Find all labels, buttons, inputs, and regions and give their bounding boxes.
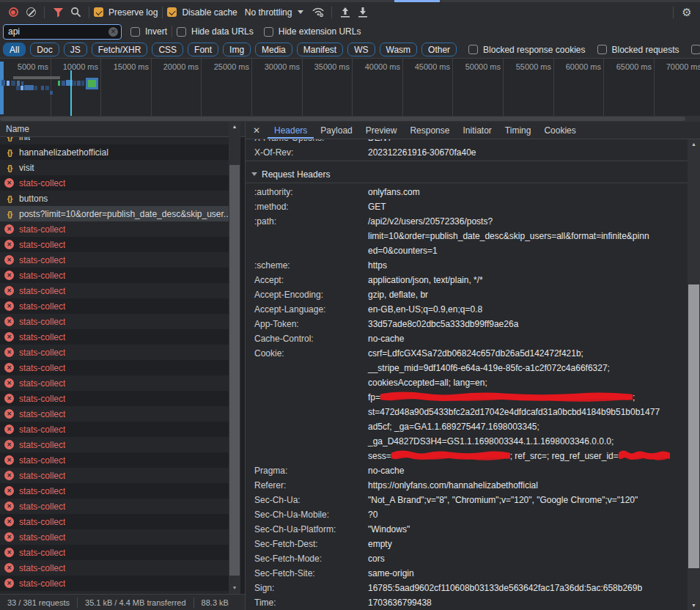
record-button[interactable] bbox=[4, 4, 22, 21]
scrollbar-thumb[interactable] bbox=[0, 117, 685, 121]
request-row[interactable]: {}buttons bbox=[0, 191, 229, 206]
tab-initiator[interactable]: Initiator bbox=[456, 122, 498, 139]
filter-toggle-button[interactable] bbox=[49, 4, 67, 21]
close-details-button[interactable]: ✕ bbox=[246, 122, 268, 139]
tab-response[interactable]: Response bbox=[403, 122, 456, 139]
type-filter-pill-js[interactable]: JS bbox=[64, 43, 87, 56]
request-row[interactable]: ✕stats-collect bbox=[0, 237, 229, 252]
request-name: stats-collect bbox=[19, 532, 65, 543]
request-row[interactable]: ✕stats-collect bbox=[0, 268, 229, 283]
tab-cookies[interactable]: Cookies bbox=[537, 122, 582, 139]
request-row[interactable]: ✕stats-collect bbox=[0, 329, 229, 345]
request-row[interactable]: ✕stats-collect bbox=[0, 452, 229, 468]
blocked-response-cookies-checkbox[interactable]: Blocked response cookies bbox=[468, 45, 585, 55]
clear-filter-icon[interactable]: ✕ bbox=[108, 27, 118, 37]
request-row[interactable]: {}visit bbox=[0, 160, 229, 175]
tab-timing[interactable]: Timing bbox=[498, 122, 538, 139]
type-filter-pill-doc[interactable]: Doc bbox=[30, 43, 59, 56]
tab-payload[interactable]: Payload bbox=[314, 122, 358, 139]
request-row[interactable]: ✕stats-collect bbox=[0, 468, 229, 483]
request-row[interactable]: {}posts?limit=10&order=publish_date_desc… bbox=[0, 206, 229, 221]
disable-cache-checkbox[interactable]: Disable cache bbox=[167, 7, 237, 18]
header-name: Accept-Language: bbox=[254, 302, 368, 317]
request-row[interactable]: ✕stats-collect bbox=[0, 360, 229, 375]
name-column-header[interactable]: Name bbox=[0, 122, 245, 137]
3rd-party-requests-checkbox[interactable]: 3rd-party requests bbox=[691, 45, 700, 55]
type-filter-pill-other[interactable]: Other bbox=[421, 43, 457, 56]
blocked-requests-checkbox[interactable]: Blocked requests bbox=[597, 45, 679, 55]
request-row[interactable]: ✕stats-collect bbox=[0, 391, 229, 406]
blocked-request-icon: ✕ bbox=[4, 532, 14, 542]
hide-data-urls-checkbox[interactable]: Hide data URLs bbox=[177, 26, 254, 37]
type-filter-pill-ws[interactable]: WS bbox=[347, 43, 375, 56]
waterfall-bar bbox=[1, 80, 5, 86]
type-filter-pill-manifest[interactable]: Manifest bbox=[297, 43, 343, 56]
request-list-scrollbar[interactable]: ▲ ▼ bbox=[229, 122, 240, 594]
import-har-button[interactable] bbox=[336, 4, 354, 21]
request-row[interactable]: ✕stats-collect bbox=[0, 514, 229, 529]
type-filter-pill-img[interactable]: Img bbox=[223, 43, 251, 56]
hide-extension-urls-checkbox[interactable]: Hide extension URLs bbox=[264, 26, 361, 37]
request-row[interactable]: ✕stats-collect bbox=[0, 576, 229, 591]
request-name: stats-collect bbox=[19, 317, 65, 327]
settings-button[interactable]: ⚙ bbox=[678, 4, 696, 21]
header-row: :scheme:https bbox=[246, 258, 688, 273]
header-name: App-Token: bbox=[254, 317, 368, 331]
request-row[interactable]: ✕stats-collect bbox=[0, 406, 229, 422]
tab-headers[interactable]: Headers bbox=[268, 122, 314, 139]
network-conditions-button[interactable] bbox=[309, 4, 327, 21]
divider bbox=[246, 161, 688, 161]
request-headers-section-toggle[interactable]: Request Headers bbox=[246, 166, 688, 183]
request-row[interactable]: ✕stats-collect bbox=[0, 345, 229, 360]
type-filter-pill-fetch-xhr[interactable]: Fetch/XHR bbox=[92, 43, 148, 56]
type-filter-pill-font[interactable]: Font bbox=[188, 43, 218, 56]
scroll-up-icon[interactable]: ▲ bbox=[229, 122, 240, 131]
request-row[interactable]: ✕stats-collect bbox=[0, 499, 229, 514]
export-har-button[interactable] bbox=[354, 4, 372, 21]
request-row[interactable]: ✕stats-collect bbox=[0, 422, 229, 437]
throttling-dropdown[interactable]: No throttling bbox=[245, 7, 304, 18]
scrollbar-thumb[interactable] bbox=[688, 284, 699, 568]
filter-input[interactable] bbox=[3, 24, 122, 40]
tab-preview[interactable]: Preview bbox=[359, 122, 404, 139]
request-row[interactable]: ✕stats-collect bbox=[0, 314, 229, 329]
header-value-line: ad5cf; _ga=GA1.1.689275447.1698003345; bbox=[368, 419, 688, 434]
request-row[interactable]: ✕stats-collect bbox=[0, 545, 229, 560]
request-row[interactable]: ✕stats-collect bbox=[0, 221, 229, 237]
type-filter-pill-css[interactable]: CSS bbox=[152, 43, 183, 56]
header-value: "Windows" bbox=[368, 522, 688, 537]
request-row[interactable]: ✕stats-collect bbox=[0, 483, 229, 499]
network-overview-timeline[interactable]: 5000 ms10000 ms15000 ms20000 ms25000 ms3… bbox=[0, 59, 700, 116]
request-row[interactable]: ✕stats-collect bbox=[0, 283, 229, 298]
header-value: https bbox=[368, 258, 688, 273]
clear-button[interactable] bbox=[22, 4, 40, 21]
request-row[interactable]: ✕stats-collect bbox=[0, 252, 229, 268]
request-row[interactable]: ✕stats-collect bbox=[0, 437, 229, 452]
type-filter-pill-wasm[interactable]: Wasm bbox=[380, 43, 418, 56]
scrollbar-thumb[interactable] bbox=[229, 165, 240, 576]
header-value-line: 1703636799438 bbox=[368, 595, 688, 610]
request-name: stats-collect bbox=[19, 301, 65, 312]
timeline-label: 35000 ms bbox=[314, 62, 350, 71]
scroll-down-icon[interactable]: ▼ bbox=[229, 583, 240, 592]
invert-checkbox[interactable]: Invert bbox=[130, 26, 167, 37]
blocked-request-icon: ✕ bbox=[4, 178, 14, 188]
details-scrollbar[interactable]: ▲ ▼ bbox=[688, 139, 700, 610]
waterfall-bar bbox=[0, 62, 4, 114]
request-row[interactable]: ✕stats-collect bbox=[0, 560, 229, 576]
request-row[interactable]: ✕stats-collect bbox=[0, 529, 229, 545]
type-filter-pill-all[interactable]: All bbox=[3, 43, 26, 56]
scroll-up-icon[interactable]: ▲ bbox=[688, 139, 700, 149]
request-row[interactable]: {}init bbox=[0, 137, 229, 144]
type-filter-pill-media[interactable]: Media bbox=[255, 43, 292, 56]
request-row[interactable]: ✕stats-collect bbox=[0, 298, 229, 314]
scroll-down-icon[interactable]: ▼ bbox=[688, 600, 700, 610]
blocked-request-icon: ✕ bbox=[4, 486, 14, 496]
request-row[interactable]: ✕stats-collect bbox=[0, 175, 229, 191]
preserve-log-checkbox[interactable]: Preserve log bbox=[94, 7, 158, 18]
status-segment: 88.3 kB bbox=[194, 598, 236, 607]
request-row[interactable]: ✕stats-collect bbox=[0, 375, 229, 391]
search-button[interactable] bbox=[67, 4, 84, 21]
request-row[interactable]: {}hannahelizabethofficial bbox=[0, 144, 229, 160]
overview-horizontal-scrollbar[interactable] bbox=[0, 116, 700, 122]
